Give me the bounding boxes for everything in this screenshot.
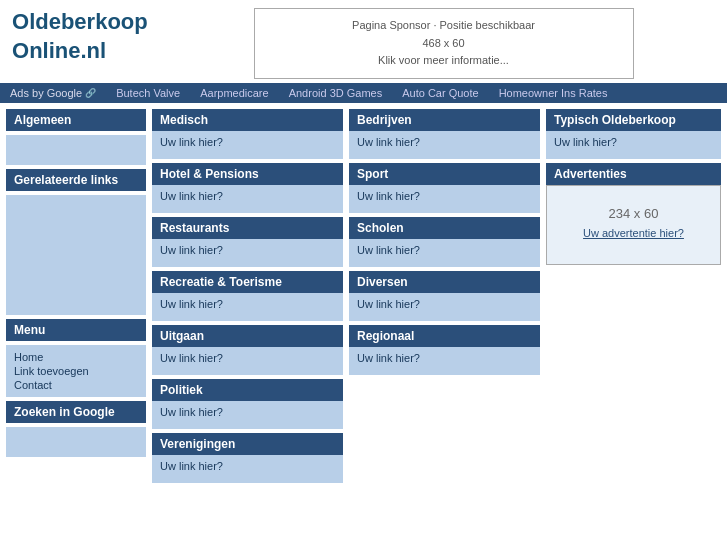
logo-text1: ldeberkoop xyxy=(29,9,148,34)
verenigingen-section: Verenigingen Uw link hier? xyxy=(152,433,343,483)
ad-link-5[interactable]: Homeowner Ins Rates xyxy=(499,87,608,99)
verenigingen-link[interactable]: Uw link hier? xyxy=(160,460,223,472)
zoeken-header: Zoeken in Google xyxy=(6,401,146,423)
politiek-body: Uw link hier? xyxy=(152,401,343,429)
verenigingen-header: Verenigingen xyxy=(152,433,343,455)
uitgaan-section: Uitgaan Uw link hier? xyxy=(152,325,343,375)
regionaal-body: Uw link hier? xyxy=(349,347,540,375)
sport-link[interactable]: Uw link hier? xyxy=(357,190,420,202)
ad-link-3[interactable]: Android 3D Games xyxy=(289,87,383,99)
menu-body: Home Link toevoegen Contact xyxy=(6,345,146,397)
uitgaan-body: Uw link hier? xyxy=(152,347,343,375)
diversen-section: Diversen Uw link hier? xyxy=(349,271,540,321)
bedrijven-body: Uw link hier? xyxy=(349,131,540,159)
medisch-body: Uw link hier? xyxy=(152,131,343,159)
recreatie-header: Recreatie & Toerisme xyxy=(152,271,343,293)
typisch-body: Uw link hier? xyxy=(546,131,721,159)
menu-add-link[interactable]: Link toevoegen xyxy=(14,365,138,377)
regionaal-header: Regionaal xyxy=(349,325,540,347)
external-icon: 🔗 xyxy=(85,88,96,98)
sponsor-line2: 468 x 60 xyxy=(263,35,625,53)
ads-google-label: Ads by Google xyxy=(10,87,82,99)
sponsor-box[interactable]: Pagina Sponsor · Positie beschikbaar 468… xyxy=(254,8,634,79)
bedrijven-link[interactable]: Uw link hier? xyxy=(357,136,420,148)
typisch-header: Typisch Oldeberkoop xyxy=(546,109,721,131)
sponsor-line3: Klik voor meer informatie... xyxy=(263,52,625,70)
advertenties-link[interactable]: Uw advertentie hier? xyxy=(555,227,712,239)
algemeen-body xyxy=(6,135,146,165)
politiek-link[interactable]: Uw link hier? xyxy=(160,406,223,418)
recreatie-body: Uw link hier? xyxy=(152,293,343,321)
sport-header: Sport xyxy=(349,163,540,185)
advertenties-ad-box[interactable]: 234 x 60 Uw advertentie hier? xyxy=(546,185,721,265)
restaurants-section: Restaurants Uw link hier? xyxy=(152,217,343,267)
logo-text2: nline.nl xyxy=(29,38,106,63)
hotel-body: Uw link hier? xyxy=(152,185,343,213)
bedrijven-header: Bedrijven xyxy=(349,109,540,131)
mid-left-col: Medisch Uw link hier? Hotel & Pensions U… xyxy=(152,109,343,483)
sport-section: Sport Uw link hier? xyxy=(349,163,540,213)
sport-body: Uw link hier? xyxy=(349,185,540,213)
logo-o1: O xyxy=(12,9,29,34)
recreatie-link[interactable]: Uw link hier? xyxy=(160,298,223,310)
uitgaan-link[interactable]: Uw link hier? xyxy=(160,352,223,364)
site-logo: Oldeberkoop Online.nl xyxy=(12,8,172,65)
regionaal-section: Regionaal Uw link hier? xyxy=(349,325,540,375)
diversen-link[interactable]: Uw link hier? xyxy=(357,298,420,310)
logo-o2: O xyxy=(12,38,29,63)
menu-home[interactable]: Home xyxy=(14,351,138,363)
scholen-link[interactable]: Uw link hier? xyxy=(357,244,420,256)
zoeken-body xyxy=(6,427,146,457)
gerelateerde-header: Gerelateerde links xyxy=(6,169,146,191)
medisch-link[interactable]: Uw link hier? xyxy=(160,136,223,148)
scholen-header: Scholen xyxy=(349,217,540,239)
advertenties-header: Advertenties xyxy=(546,163,721,185)
ads-by-google: Ads by Google 🔗 xyxy=(10,87,96,99)
uitgaan-header: Uitgaan xyxy=(152,325,343,347)
ad-link-2[interactable]: Aarpmedicare xyxy=(200,87,268,99)
ad-link-4[interactable]: Auto Car Quote xyxy=(402,87,478,99)
ad-link-1[interactable]: Butech Valve xyxy=(116,87,180,99)
menu-header: Menu xyxy=(6,319,146,341)
hotel-link[interactable]: Uw link hier? xyxy=(160,190,223,202)
scholen-section: Scholen Uw link hier? xyxy=(349,217,540,267)
ads-bar: Ads by Google 🔗 Butech Valve Aarpmedicar… xyxy=(0,83,727,103)
right-sidebar: Typisch Oldeberkoop Uw link hier? Advert… xyxy=(546,109,721,483)
algemeen-header: Algemeen xyxy=(6,109,146,131)
restaurants-body: Uw link hier? xyxy=(152,239,343,267)
sponsor-line1: Pagina Sponsor · Positie beschikbaar xyxy=(263,17,625,35)
regionaal-link[interactable]: Uw link hier? xyxy=(357,352,420,364)
typisch-link[interactable]: Uw link hier? xyxy=(554,136,617,148)
typisch-section: Typisch Oldeberkoop Uw link hier? xyxy=(546,109,721,159)
ad-size-label: 234 x 60 xyxy=(555,206,712,221)
medisch-section: Medisch Uw link hier? xyxy=(152,109,343,159)
mid-right-col: Bedrijven Uw link hier? Sport Uw link hi… xyxy=(349,109,540,483)
menu-contact[interactable]: Contact xyxy=(14,379,138,391)
bedrijven-section: Bedrijven Uw link hier? xyxy=(349,109,540,159)
advertenties-section: Advertenties 234 x 60 Uw advertentie hie… xyxy=(546,163,721,265)
medisch-header: Medisch xyxy=(152,109,343,131)
politiek-header: Politiek xyxy=(152,379,343,401)
scholen-body: Uw link hier? xyxy=(349,239,540,267)
gerelateerde-body xyxy=(6,195,146,315)
hotel-header: Hotel & Pensions xyxy=(152,163,343,185)
diversen-body: Uw link hier? xyxy=(349,293,540,321)
hotel-section: Hotel & Pensions Uw link hier? xyxy=(152,163,343,213)
recreatie-section: Recreatie & Toerisme Uw link hier? xyxy=(152,271,343,321)
politiek-section: Politiek Uw link hier? xyxy=(152,379,343,429)
restaurants-link[interactable]: Uw link hier? xyxy=(160,244,223,256)
restaurants-header: Restaurants xyxy=(152,217,343,239)
diversen-header: Diversen xyxy=(349,271,540,293)
left-sidebar: Algemeen Gerelateerde links Menu Home Li… xyxy=(6,109,146,483)
verenigingen-body: Uw link hier? xyxy=(152,455,343,483)
